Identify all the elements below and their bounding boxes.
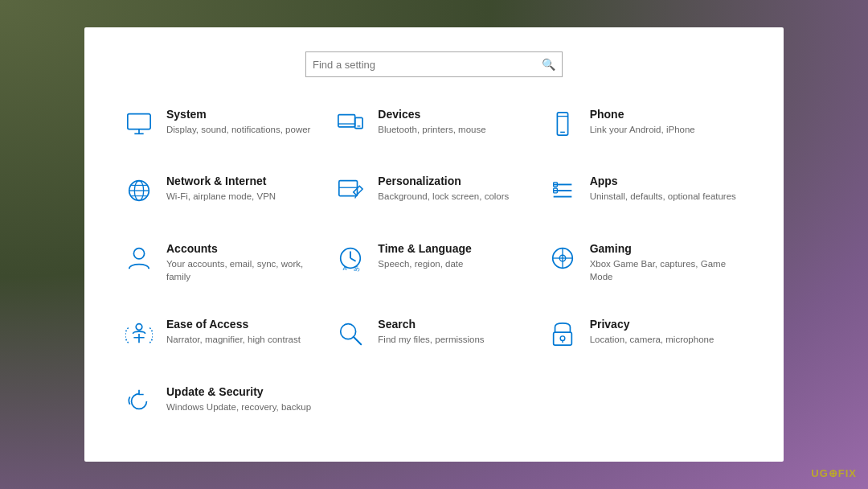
settings-desc-privacy: Location, camera, microphone	[590, 333, 714, 346]
settings-desc-system: Display, sound, notifications, power	[166, 123, 310, 136]
phone-icon	[547, 108, 579, 140]
accounts-icon	[123, 242, 155, 274]
settings-item-update[interactable]: Update & Security Windows Update, recove…	[117, 374, 328, 438]
settings-text-gaming: Gaming Xbox Game Bar, captures, Game Mod…	[590, 242, 742, 283]
settings-title-network: Network & Internet	[166, 175, 276, 187]
settings-title-privacy: Privacy	[590, 318, 714, 331]
settings-desc-search: Find my files, permissions	[378, 333, 484, 346]
personalization-icon	[334, 175, 366, 207]
settings-item-time[interactable]: Time & Language Speech, region, date	[328, 231, 539, 304]
settings-text-phone: Phone Link your Android, iPhone	[590, 108, 695, 136]
settings-title-ease: Ease of Access	[166, 318, 301, 331]
settings-title-search: Search	[378, 318, 484, 331]
settings-title-system: System	[166, 108, 310, 121]
settings-text-accounts: Accounts Your accounts, email, sync, wor…	[166, 242, 318, 283]
settings-text-network: Network & Internet Wi-Fi, airplane mode,…	[166, 175, 276, 203]
settings-text-update: Update & Security Windows Update, recove…	[166, 385, 311, 413]
update-icon	[123, 385, 155, 417]
search-bar[interactable]: 🔍	[305, 51, 563, 77]
settings-text-personalization: Personalization Background, lock screen,…	[378, 175, 509, 203]
settings-title-update: Update & Security	[166, 385, 311, 398]
devices-icon	[334, 108, 366, 140]
gaming-icon	[547, 242, 579, 274]
settings-text-time: Time & Language Speech, region, date	[378, 242, 471, 270]
settings-title-personalization: Personalization	[378, 175, 509, 187]
settings-desc-gaming: Xbox Game Bar, captures, Game Mode	[590, 257, 742, 283]
apps-icon	[547, 175, 579, 207]
settings-desc-personalization: Background, lock screen, colors	[378, 190, 509, 203]
settings-item-ease[interactable]: Ease of Access Narrator, magnifier, high…	[117, 306, 328, 370]
settings-item-privacy[interactable]: Privacy Location, camera, microphone	[540, 306, 751, 370]
settings-text-privacy: Privacy Location, camera, microphone	[590, 318, 714, 346]
search-bar-icon: 🔍	[542, 58, 555, 71]
settings-grid: System Display, sound, notifications, po…	[117, 97, 751, 438]
settings-desc-devices: Bluetooth, printers, mouse	[378, 123, 485, 136]
settings-item-search[interactable]: Search Find my files, permissions	[328, 306, 539, 370]
settings-item-system[interactable]: System Display, sound, notifications, po…	[117, 97, 328, 160]
settings-text-system: System Display, sound, notifications, po…	[166, 108, 310, 136]
settings-title-devices: Devices	[378, 108, 485, 121]
settings-item-phone[interactable]: Phone Link your Android, iPhone	[540, 97, 751, 160]
watermark: UG⊕FIX	[811, 467, 857, 479]
settings-title-time: Time & Language	[378, 242, 471, 255]
settings-desc-time: Speech, region, date	[378, 257, 471, 270]
settings-desc-accounts: Your accounts, email, sync, work, family	[166, 257, 318, 283]
settings-title-apps: Apps	[590, 175, 736, 187]
settings-desc-ease: Narrator, magnifier, high contrast	[166, 333, 301, 346]
settings-item-devices[interactable]: Devices Bluetooth, printers, mouse	[328, 97, 539, 160]
settings-desc-phone: Link your Android, iPhone	[590, 123, 695, 136]
settings-title-phone: Phone	[590, 108, 695, 121]
settings-item-network[interactable]: Network & Internet Wi-Fi, airplane mode,…	[117, 163, 328, 227]
settings-desc-network: Wi-Fi, airplane mode, VPN	[166, 190, 276, 203]
settings-text-search: Search Find my files, permissions	[378, 318, 484, 346]
settings-item-accounts[interactable]: Accounts Your accounts, email, sync, wor…	[117, 231, 328, 304]
settings-text-devices: Devices Bluetooth, printers, mouse	[378, 108, 485, 136]
search-bar-container: 🔍	[117, 51, 751, 77]
settings-text-ease: Ease of Access Narrator, magnifier, high…	[166, 318, 301, 346]
settings-title-accounts: Accounts	[166, 242, 318, 255]
settings-item-gaming[interactable]: Gaming Xbox Game Bar, captures, Game Mod…	[540, 231, 751, 304]
time-icon	[334, 242, 366, 274]
system-icon	[123, 108, 155, 140]
privacy-icon	[547, 318, 579, 350]
search-icon	[334, 318, 366, 350]
settings-title-gaming: Gaming	[590, 242, 742, 255]
settings-item-personalization[interactable]: Personalization Background, lock screen,…	[328, 163, 539, 227]
settings-item-apps[interactable]: Apps Uninstall, defaults, optional featu…	[540, 163, 751, 227]
search-input[interactable]	[313, 59, 542, 71]
network-icon	[123, 175, 155, 207]
ease-icon	[123, 318, 155, 350]
settings-text-apps: Apps Uninstall, defaults, optional featu…	[590, 175, 736, 203]
settings-desc-update: Windows Update, recovery, backup	[166, 401, 311, 413]
settings-desc-apps: Uninstall, defaults, optional features	[590, 190, 736, 203]
settings-window: 🔍 System Display, sound, notifications, …	[84, 27, 784, 462]
